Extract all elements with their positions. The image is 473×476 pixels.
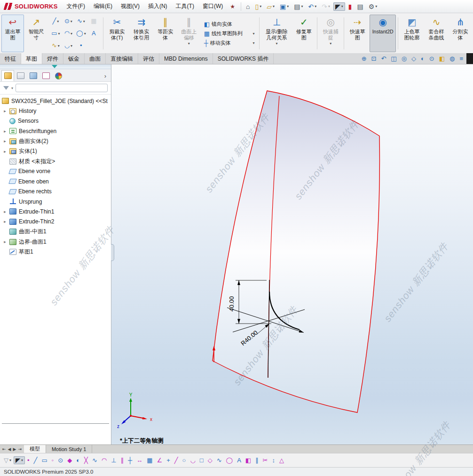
filter-faces-icon[interactable]: ▭ [39,456,49,464]
tree-item-sketch1[interactable]: 草图1 [0,247,111,257]
dimxpertmanager-tab[interactable] [39,70,52,81]
featuremanager-tab[interactable] [1,70,14,81]
polygon-tool-icon[interactable]: ◇ [206,456,214,464]
filter-funnel-icon[interactable] [3,86,9,90]
dimension-40-text[interactable]: 40.00 [228,296,235,312]
propertymanager-tab[interactable] [14,70,27,81]
apply-scene-icon[interactable]: ◍ [448,55,457,63]
surface-body[interactable] [213,91,379,413]
panel-collapse-handle[interactable] [111,244,114,261]
quadrant-snap-icon[interactable]: ◐ [74,456,82,464]
tab-mbd-dimensions[interactable]: MBD Dimensions [159,53,213,64]
tab-solidworks-addins[interactable]: SOLIDWORKS 插件 [213,53,274,64]
new-document-icon[interactable]: ▯▾ [253,2,263,11]
equation-curve-icon[interactable]: ∿▾ [49,40,62,52]
convert-entities-button[interactable]: ⇉ 转换实体引用 [130,15,153,52]
arc-icon[interactable]: ◠▾ [62,27,75,40]
line-tool-icon[interactable]: ╱ [173,456,180,464]
display-delete-relations-button[interactable]: ⊥ 显示/删除几何关系 ▾ [261,15,292,52]
dropdown-caret-icon[interactable]: ▾ [188,41,190,47]
nearest-snap-icon[interactable]: ∿ [90,456,99,464]
section-view-icon[interactable]: ◫ [389,55,398,63]
mirror-entities-button[interactable]: ◧ 镜向实体 [203,20,256,28]
view-orientation-icon[interactable]: ◇ [410,55,418,63]
dynamic-annotation-views-icon[interactable]: ◎ [400,55,409,63]
expand-arrow-icon[interactable]: ▸ [3,209,7,214]
panel-splitter-marker-icon[interactable] [52,65,57,68]
repair-sketch-button[interactable]: ✓ 修复草图 [292,15,315,52]
split-entities-button[interactable]: ⋔ 分割实体 [449,15,472,52]
midpoint-snap-icon[interactable]: ◆ [65,456,74,464]
tab-scroll-last-icon[interactable]: ⇥ [17,446,23,452]
menu-edit[interactable]: 编辑(E) [89,0,117,13]
dropdown-caret-icon[interactable]: ▾ [287,4,289,8]
undo-icon[interactable]: ↶▾ [306,2,318,11]
dropdown-caret-icon[interactable]: ▾ [252,41,254,45]
filter-vertices-icon[interactable]: • [25,456,32,464]
endpoint-snap-icon[interactable]: ◦ [50,456,56,464]
shaded-sketch-contours-button[interactable]: ◩ 上色草图轮廓 [400,15,424,52]
line-icon[interactable]: ╱▾ [49,15,62,27]
perpendicular-snap-icon[interactable]: ⊥ [109,456,118,464]
tree-item-extrude-thin2[interactable]: ▸ Extrude-Thin2 [0,217,111,227]
pin-menu-icon[interactable]: ★ [230,3,235,10]
view-settings-icon[interactable]: ≡ [457,55,465,63]
tangent-snap-icon[interactable]: ◠ [100,456,109,464]
expand-arrow-icon[interactable]: ▸ [3,129,7,134]
graphics-viewport[interactable]: 40.00 R40.00 Y x z *上下二等角轴测 [111,64,473,444]
tab-evaluate[interactable]: 评估 [138,53,159,64]
dropdown-caret-icon[interactable]: ▾ [83,19,85,24]
tab-surfaces[interactable]: 曲面 [85,53,106,64]
instant2d-button[interactable]: ◉ Instant2D [370,15,396,52]
filter-edges-icon[interactable]: ╱ [32,456,39,464]
smart-dimension-button[interactable]: ↗ 智能尺寸 [25,15,47,52]
dropdown-caret-icon[interactable]: ▾ [21,458,23,462]
expand-arrow-icon[interactable]: ▸ [3,139,7,143]
tab-direct-editing[interactable]: 直接编辑 [106,53,138,64]
redo-icon[interactable]: ↷▾ [320,2,332,11]
dropdown-caret-icon[interactable]: ▾ [9,458,11,462]
sketch-pattern-icon[interactable]: ▦ [87,15,100,27]
rectangle-tool-icon[interactable]: □ [198,456,205,464]
menu-window[interactable]: 窗口(W) [198,0,227,13]
rapid-sketch-button[interactable]: ⇢ 快速草图 [346,15,369,52]
surface-offset-button[interactable]: ∥ 曲面上偏移 ▾ [178,15,200,52]
tree-item-origin[interactable]: Ursprung [0,197,111,206]
select-cursor-icon[interactable]: ◤▾ [333,2,345,11]
expand-arrow-icon[interactable]: ▸ [3,109,7,113]
offset-tool-icon[interactable]: ∥ [253,456,260,464]
point-icon[interactable]: • [75,40,87,52]
dropdown-caret-icon[interactable]: ▾ [328,4,330,8]
tab-scroll-first-icon[interactable]: ⇤ [1,446,7,452]
tree-item-surface-bodies[interactable]: ▸ 曲面实体(2) [0,136,111,146]
trim-entities-button[interactable]: ✂ 剪裁实体(T) [105,15,129,52]
tab-features[interactable]: 特征 [0,53,21,64]
quick-snaps-button[interactable]: ◎ 快速捕捉 ▾ [319,15,342,52]
grid-snap-icon[interactable]: ▦ [145,456,154,464]
ellipse-icon[interactable]: ◯▾ [75,27,87,40]
fit-spline-button[interactable]: ∿ 套合样条曲线 [425,15,448,52]
print-icon[interactable]: ▤▾ [292,2,305,11]
arc-tool-icon[interactable]: ◡ [188,456,197,464]
tree-item-boundary-surface[interactable]: ▸ 边界-曲面1 [0,237,111,246]
dropdown-caret-icon[interactable]: ▾ [58,32,60,36]
menu-tools[interactable]: 工具(T) [172,0,198,13]
trim-tool-icon[interactable]: ✂ [261,456,270,464]
tree-item-mid-surface[interactable]: 曲面-中面1 [0,227,111,237]
circle-icon[interactable]: ⊙▾ [62,15,75,27]
intersection-snap-icon[interactable]: ╳ [82,456,90,464]
move-entities-button[interactable]: ┼ 移动实体 ▾ [203,39,256,47]
tab-scroll-prev-icon[interactable]: ◀ [7,446,12,452]
spline-tool-icon[interactable]: ∿ [215,456,224,464]
motion-study-tab[interactable]: Motion Study 1 [46,445,92,453]
dropdown-caret-icon[interactable]: ▾ [11,86,13,90]
file-properties-icon[interactable]: ▤ [355,2,365,11]
hide-show-items-icon[interactable]: ⊙ [427,55,436,63]
dropdown-caret-icon[interactable]: ▾ [276,41,277,47]
menu-insert[interactable]: 插入(N) [144,0,172,13]
spline-icon[interactable]: ∿▾ [75,15,87,27]
tree-item-material[interactable]: 材质 <未指定> [0,156,111,166]
circle-tool-icon[interactable]: ○ [181,456,188,464]
menu-file[interactable]: 文件(F) [63,0,89,13]
tree-filter-input[interactable] [16,84,108,92]
